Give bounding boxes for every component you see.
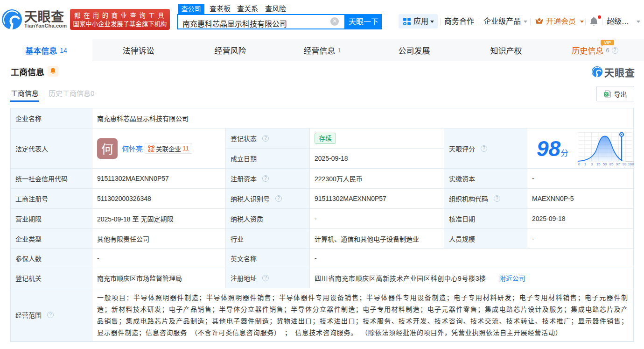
svg-text:15: 15 (596, 162, 601, 166)
svg-text:1: 1 (584, 162, 586, 166)
svg-text:3: 3 (591, 162, 593, 166)
svg-text:97: 97 (616, 162, 620, 166)
svg-text:企: 企 (150, 147, 154, 152)
svg-text:50: 50 (603, 162, 607, 166)
svg-text:85: 85 (609, 162, 614, 166)
svg-text:100: 100 (628, 162, 634, 166)
svg-text:0: 0 (578, 162, 581, 166)
svg-text:99: 99 (623, 162, 627, 166)
